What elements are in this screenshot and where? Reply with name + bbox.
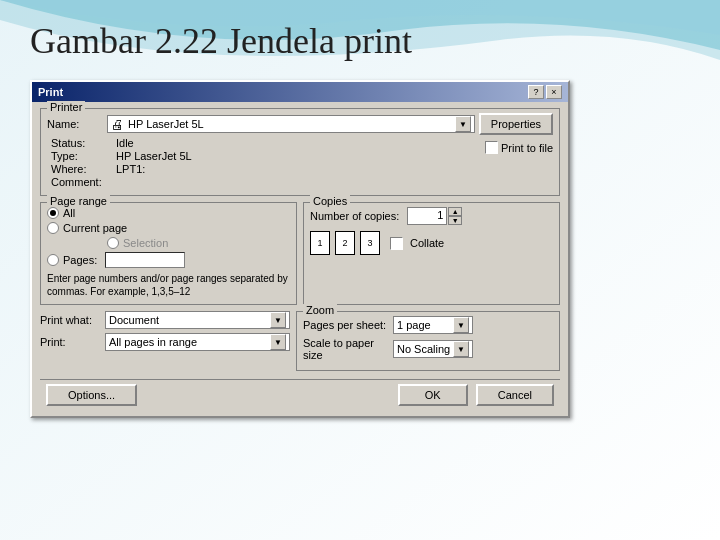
type-value: HP LaserJet 5L [116,150,192,162]
zoom-group: Zoom Pages per sheet: 1 page ▼ Scale to … [296,311,560,371]
print-to-file-row: Print to file [485,141,553,154]
dialog-body: Printer Name: 🖨 HP LaserJet 5L ▼ Propert… [32,102,568,416]
help-button[interactable]: ? [528,85,544,99]
printer-name-value: HP LaserJet 5L [128,118,455,130]
print-to-file-group: Print to file [485,141,553,154]
print-label: Print: [40,336,105,348]
page-icon-2: 2 [335,231,355,255]
print-dialog-overlay: Print ? × Printer Name: 🖨 HP Laser [30,80,690,418]
copies-group: Copies Number of copies: 1 ▲ ▼ [303,202,560,305]
print-range-arrow[interactable]: ▼ [270,334,286,350]
cancel-button[interactable]: Cancel [476,384,554,406]
dialog-titlebar: Print ? × [32,82,568,102]
print-range-combo[interactable]: All pages in range ▼ [105,333,290,351]
status-label: Status: [51,137,116,149]
pages-radio[interactable] [47,254,59,266]
properties-button[interactable]: Properties [479,113,553,135]
print-range-row: Print: All pages in range ▼ [40,333,290,351]
page-icon-3: 3 [360,231,380,255]
type-label: Type: [51,150,116,162]
selection-row: Selection [107,237,290,249]
print-to-file-checkbox[interactable] [485,141,498,154]
name-label: Name: [47,118,107,130]
ok-button[interactable]: OK [398,384,468,406]
selection-radio[interactable] [107,237,119,249]
all-label: All [63,207,75,219]
pages-label: Pages: [63,254,97,266]
scale-arrow[interactable]: ▼ [453,341,469,357]
scale-label: Scale to paper size [303,337,393,361]
pages-input[interactable] [105,252,185,268]
pages-per-sheet-arrow[interactable]: ▼ [453,317,469,333]
print-range-combo-wrapper: All pages in range ▼ [105,333,290,351]
scale-value: No Scaling [397,343,453,355]
combo-arrow[interactable]: ▼ [455,116,471,132]
print-dialog: Print ? × Printer Name: 🖨 HP Laser [30,80,570,418]
print-what-row: Print what: Document ▼ [40,311,290,329]
print-what-label: Print what: [40,314,105,326]
spin-up-button[interactable]: ▲ [448,207,462,216]
pages-row: Pages: [47,252,290,268]
zoom-group-label: Zoom [303,304,337,316]
copies-group-label: Copies [310,195,350,207]
printer-status-info: Status: Idle Type: HP LaserJet 5L Where:… [51,137,192,189]
collate-checkbox[interactable] [390,237,403,250]
pages-per-sheet-combo[interactable]: 1 page ▼ [393,316,473,334]
bottom-section: Print what: Document ▼ Print: [40,311,560,377]
pages-per-sheet-label: Pages per sheet: [303,319,393,331]
printer-name-combo[interactable]: 🖨 HP LaserJet 5L ▼ [107,115,475,133]
middle-section: Page range All Current page Selecti [40,202,560,311]
close-button[interactable]: × [546,85,562,99]
print-what-arrow[interactable]: ▼ [270,312,286,328]
comment-label: Comment: [51,176,116,188]
print-what-combo-wrapper: Document ▼ [105,311,290,329]
current-page-row: Current page [47,222,290,234]
spinner-buttons: ▲ ▼ [448,207,462,225]
where-label: Where: [51,163,116,175]
print-to-file-label: Print to file [501,142,553,154]
current-page-label: Current page [63,222,127,234]
scale-combo[interactable]: No Scaling ▼ [393,340,473,358]
options-button[interactable]: Options... [46,384,137,406]
status-value: Idle [116,137,134,149]
spin-down-button[interactable]: ▼ [448,216,462,225]
scale-row: Scale to paper size No Scaling ▼ [303,337,553,361]
page-range-group: Page range All Current page Selecti [40,202,297,305]
print-what-value: Document [109,314,270,326]
num-input-group: 1 ▲ ▼ [407,207,462,225]
page-icons: 1 2 3 [310,231,380,255]
printer-name-row: Name: 🖨 HP LaserJet 5L ▼ Properties [47,113,553,135]
pages-per-sheet-value: 1 page [397,319,453,331]
print-range-value: All pages in range [109,336,270,348]
selection-label: Selection [123,237,168,249]
dialog-title: Print [38,86,63,98]
collate-row: Collate [390,237,444,250]
range-note: Enter page numbers and/or page ranges se… [47,272,290,298]
collate-icons-row: 1 2 3 Collate [310,231,553,255]
page-icon-1: 1 [310,231,330,255]
all-radio[interactable] [47,207,59,219]
all-radio-row: All [47,207,290,219]
titlebar-buttons: ? × [528,85,562,99]
where-value: LPT1: [116,163,145,175]
printer-group-label: Printer [47,101,85,113]
copies-num-row: Number of copies: 1 ▲ ▼ [310,207,553,225]
num-copies-label: Number of copies: [310,210,399,222]
print-what-section: Print what: Document ▼ Print: [40,311,290,377]
print-what-combo[interactable]: Document ▼ [105,311,290,329]
printer-icon: 🖨 [111,117,124,132]
dialog-footer: Options... OK Cancel [40,379,560,410]
page-range-label: Page range [47,195,110,207]
current-page-radio[interactable] [47,222,59,234]
ok-cancel-buttons: OK Cancel [398,384,554,406]
page-title: Gambar 2.22 Jendela print [30,20,690,62]
printer-group: Printer Name: 🖨 HP LaserJet 5L ▼ Propert… [40,108,560,196]
pages-per-sheet-row: Pages per sheet: 1 page ▼ [303,316,553,334]
copies-input[interactable]: 1 [407,207,447,225]
collate-label: Collate [410,237,444,249]
